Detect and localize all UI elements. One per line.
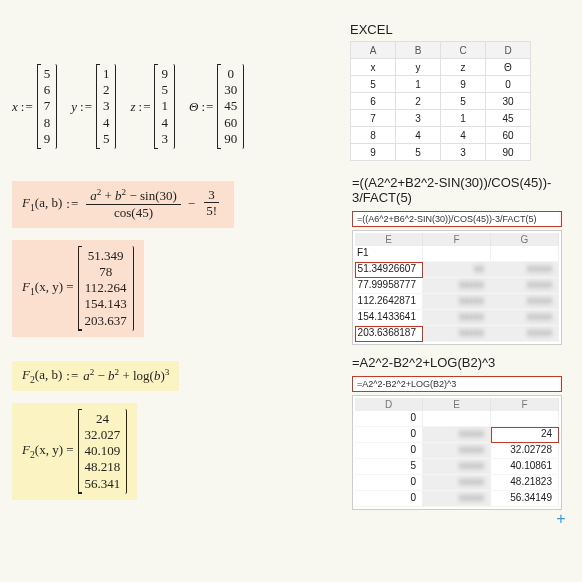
vec-val: 8 (44, 115, 51, 131)
mini-left: 5 (355, 459, 423, 475)
f1-excel: =((A2^2+B2^2-SIN(30))/COS(45))-3/FACT(5)… (352, 175, 562, 345)
cell: Θ (486, 59, 531, 76)
result-val: 51.349 (88, 248, 124, 264)
cell: z (441, 59, 486, 76)
excel-intro: EXCEL A B C D xyzΘ 5190 62530 73145 8446… (350, 12, 540, 161)
vector-name: Θ (189, 99, 198, 115)
cell: x (351, 59, 396, 76)
vector-bracket: 0 30 45 60 90 (217, 64, 244, 149)
vec-val: 5 (161, 82, 168, 98)
cell: 6 (351, 93, 396, 110)
result-vector: 24 32.027 40.109 48.218 56.341 (78, 409, 128, 494)
vector-y: y := 1 2 3 4 5 (71, 64, 116, 149)
cell: 5 (351, 76, 396, 93)
cell: 1 (441, 110, 486, 127)
vec-val: 60 (224, 115, 237, 131)
f1-excel-formula: =((A2^2+B2^2-SIN(30))/COS(45))-3/FACT(5) (352, 175, 562, 205)
mini-col: E (423, 398, 491, 411)
result-val: 112.264 (85, 280, 127, 296)
vec-val: 7 (44, 98, 51, 114)
cell: 4 (396, 127, 441, 144)
vector-theta: Θ := 0 30 45 60 90 (189, 64, 244, 149)
expr: a2 − b2 + log(b)3 (83, 367, 169, 384)
result-val: 56.341 (85, 476, 121, 492)
cell: 7 (351, 110, 396, 127)
fraction-tail: 3 5! (202, 188, 221, 220)
f1-mini-table: E F G F1 51.34926607xxxxxxx 77.99958777x… (352, 230, 562, 345)
col-header: A (351, 42, 396, 59)
table-header-row: A B C D (351, 42, 531, 59)
table-row: 62530 (351, 93, 531, 110)
denominator: 5! (202, 203, 221, 220)
result-val: 203.637 (85, 313, 127, 329)
table-row: 5190 (351, 76, 531, 93)
coloneq: := (80, 99, 93, 115)
vec-val: 45 (224, 98, 237, 114)
cell: 8 (351, 127, 396, 144)
cell: 9 (351, 144, 396, 161)
vector-name: y (71, 99, 77, 115)
vec-val: 30 (224, 82, 237, 98)
func-name: F2(a, b) (22, 367, 62, 385)
result-vector: 51.349 78 112.264 154.143 203.637 (78, 246, 134, 331)
cell: 9 (441, 76, 486, 93)
cell: 3 (441, 144, 486, 161)
formula-bar: =((A6^2+B6^2-SIN(30))/COS(45))-3/FACT(5) (352, 211, 562, 227)
plus-icon[interactable]: + (552, 510, 570, 528)
col-header: C (441, 42, 486, 59)
mini-head: D E F (355, 398, 559, 411)
mini-head: E F G (355, 233, 559, 246)
mini-col: F (423, 233, 491, 246)
f2-left: F2(a, b) := a2 − b2 + log(b)3 F2(x, y) =… (12, 355, 332, 506)
vec-val: 5 (44, 66, 51, 82)
mini-val: 56.34149 (491, 491, 559, 507)
vec-val: 4 (103, 115, 110, 131)
vector-bracket: 5 6 7 8 9 (37, 64, 58, 149)
f1-result: F1(x, y) = 51.349 78 112.264 154.143 203… (12, 240, 144, 337)
mini-val: 77.99958777 (355, 278, 423, 294)
vector-name: z (130, 99, 135, 115)
mini-label: F1 (355, 246, 423, 262)
result-label: F1(x, y) = (22, 279, 74, 297)
result-val: 154.143 (85, 296, 127, 312)
vec-val: 0 (228, 66, 235, 82)
vector-z: z := 9 5 1 4 3 (130, 64, 175, 149)
vec-val: 5 (103, 131, 110, 147)
result-val: 40.109 (85, 443, 121, 459)
mini-val: 48.21823 (491, 475, 559, 491)
result-val: 78 (99, 264, 112, 280)
vec-val: 9 (44, 131, 51, 147)
table-row: xyzΘ (351, 59, 531, 76)
mini-val: 32.02728 (491, 443, 559, 459)
excel-label: EXCEL (350, 22, 540, 37)
f2-section: F2(a, b) := a2 − b2 + log(b)3 F2(x, y) =… (12, 355, 570, 510)
table-row: 84460 (351, 127, 531, 144)
result-label: F2(x, y) = (22, 442, 74, 460)
f2-excel-formula: =A2^2-B2^2+LOG(B2)^3 (352, 355, 562, 370)
f2-excel: =A2^2-B2^2+LOG(B2)^3 =A2^2-B2^2+LOG(B2)^… (352, 355, 562, 510)
vec-val: 1 (103, 66, 110, 82)
mini-val: 40.10861 (491, 459, 559, 475)
f2-mini-table: D E F 0 0xxxxx24 0xxxxx32.02728 5xxxxx40… (352, 395, 562, 510)
coloneq: := (139, 99, 152, 115)
cell: 1 (396, 76, 441, 93)
formula-bar: =A2^2-B2^2+LOG(B2)^3 (352, 376, 562, 392)
vec-val: 3 (103, 98, 110, 114)
coloneq: := (21, 99, 34, 115)
result-val: 48.218 (85, 459, 121, 475)
f1-definition: F1(a, b) := a2 + b2 − sin(30) cos(45) − … (12, 181, 234, 228)
coloneq: := (66, 196, 79, 212)
vector-bracket: 9 5 1 4 3 (154, 64, 175, 149)
vec-val: 9 (161, 66, 168, 82)
mini-val: 51.34926607 (355, 262, 423, 278)
mini-left: 0 (355, 475, 423, 491)
cell: 60 (486, 127, 531, 144)
vector-definitions: x := 5 6 7 8 9 y := 1 2 3 4 (12, 12, 332, 161)
vector-bracket: 1 2 3 4 5 (96, 64, 117, 149)
mini-left: 0 (355, 491, 423, 507)
table-row: 95390 (351, 144, 531, 161)
vector-name: x (12, 99, 18, 115)
vec-val: 1 (161, 98, 168, 114)
cell: 5 (396, 144, 441, 161)
vec-val: 2 (103, 82, 110, 98)
